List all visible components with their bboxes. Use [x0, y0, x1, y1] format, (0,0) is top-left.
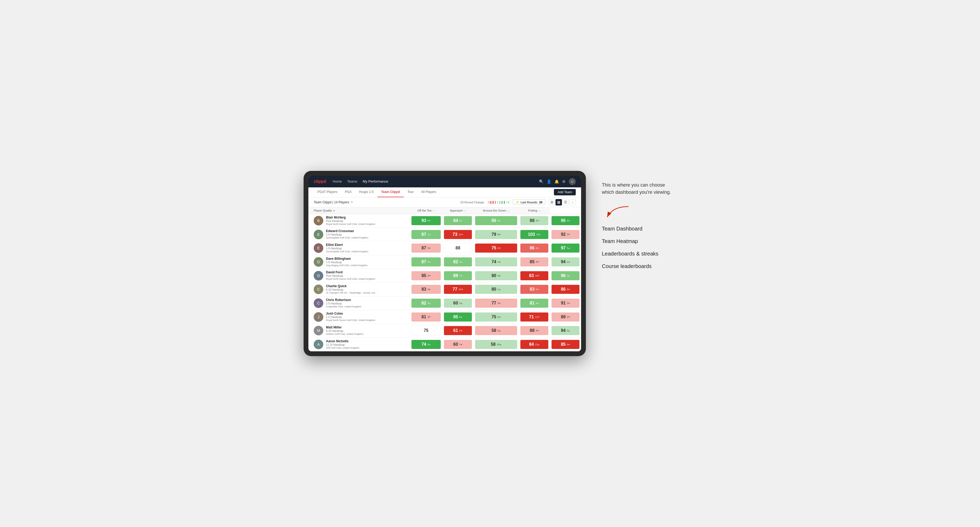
bell-icon[interactable]: 🔔 [554, 179, 559, 184]
score-value: 61 [453, 328, 458, 333]
nav-link-home[interactable]: Home [332, 178, 342, 184]
score-delta: 2▼ [536, 329, 539, 332]
player-name-8: Matt Miller [326, 325, 363, 329]
settings-icon[interactable]: ⚙ [562, 179, 566, 184]
score-delta: 3▼ [428, 288, 431, 290]
score-delta: 4▲ [498, 329, 501, 332]
player-cell-0[interactable]: B Blair McHarg Plus Handicap Royal North… [309, 214, 410, 227]
grid-view-button[interactable]: ⊞ [549, 199, 555, 205]
nav-link-teams[interactable]: Teams [347, 178, 357, 184]
score-box-2-2: 75 3▼ [475, 243, 517, 252]
score-value: 97 [561, 246, 566, 251]
add-team-button[interactable]: Add Team [554, 189, 576, 195]
score-value: 88 [456, 246, 460, 251]
player-info-3: Dave Billingham 1-5 Handicap Gog Magog G… [326, 257, 368, 267]
score-delta: 8▲ [498, 219, 501, 222]
table-row: C Charlie Quick 6-10 Handicap St. George… [309, 283, 581, 297]
heatmap-view-button[interactable]: ▦ [555, 199, 562, 205]
score-box-0-3: 88 1▼ [520, 216, 548, 225]
user-avatar[interactable]: U [569, 178, 576, 185]
score-box-9-1: 60 1▼ [444, 340, 472, 349]
score-box-3-3: 85 3▼ [520, 257, 548, 267]
player-hcp-6: 1-5 Handicap [326, 302, 361, 305]
score-box-4-3: 83 10▼ [520, 271, 548, 280]
col-approach[interactable]: Approach — [442, 207, 474, 214]
score-value: 77 [453, 287, 458, 292]
player-cell-4[interactable]: D David Ford Plus Handicap Royal North D… [309, 269, 410, 283]
col-player-quality[interactable]: Player Quality ▼ [309, 207, 410, 214]
player-cell-5[interactable]: C Charlie Quick 6-10 Handicap St. George… [309, 283, 410, 296]
player-cell-7[interactable]: J Josh Coles 1-5 Handicap Royal North De… [309, 310, 410, 324]
score-delta: 3▼ [428, 275, 431, 277]
score-delta: 15▲ [536, 233, 541, 236]
player-cell-9[interactable]: A Aaron Nicholls 11-15 Handicap Drift Go… [309, 338, 410, 351]
score-box-1-2: 79 9▲ [475, 230, 517, 239]
score-value: 89 [561, 314, 566, 319]
player-avatar-1: E [314, 230, 323, 239]
score-delta: 2▼ [567, 316, 570, 318]
col-off-tee[interactable]: Off the Tee — [410, 207, 442, 214]
page-wrapper: clippd Home Teams My Performance 🔍 👤 🔔 ⚙… [304, 171, 676, 356]
player-club-9: Drift Golf Club, United Kingdom [326, 346, 360, 350]
player-avatar-4: D [314, 271, 323, 281]
nav-links: Home Teams My Performance [332, 178, 539, 184]
download-button[interactable]: ↓ [570, 199, 576, 205]
player-cell-2[interactable]: E Elliot Ebert 1-5 Handicap Sunningdale … [309, 241, 410, 255]
player-cell-6[interactable]: C Chris Robertson 1-5 Handicap Craigmill… [309, 297, 410, 310]
score-value: 87 [422, 232, 426, 237]
score-delta: 7▲ [460, 275, 463, 277]
player-cell-3[interactable]: D Dave Billingham 1-5 Handicap Gog Magog… [309, 255, 410, 269]
player-club-8: Woburn Golf Club, United Kingdom [326, 333, 363, 336]
search-icon[interactable]: 🔍 [539, 179, 544, 184]
nav-link-my-performance[interactable]: My Performance [363, 178, 388, 184]
tab-team-clippd[interactable]: Team Clippd [377, 187, 404, 197]
round-change-pos: +5 [506, 201, 509, 204]
profile-icon[interactable]: 👤 [547, 179, 551, 184]
score-delta: 3▼ [498, 247, 501, 249]
tab-pga[interactable]: PGA [341, 187, 355, 197]
player-name-7: Josh Coles [326, 312, 375, 316]
col-around-green[interactable]: Around the Green — [474, 207, 519, 214]
last-rounds-value: 20 [539, 201, 542, 204]
score-value: 94 [561, 259, 566, 264]
score-box-5-0: 83 3▼ [412, 285, 441, 294]
score-value: 83 [422, 287, 426, 292]
table-row: B Blair McHarg Plus Handicap Royal North… [309, 214, 581, 227]
player-info-5: Charlie Quick 6-10 Handicap St. George's… [326, 284, 377, 295]
score-value: 91 [561, 301, 566, 306]
player-cell-8[interactable]: M Matt Miller 6-10 Handicap Woburn Golf … [309, 324, 410, 338]
list-view-button[interactable]: ☰ [562, 199, 569, 205]
score-value: 84 [453, 218, 458, 223]
edit-icon[interactable]: ✏ [351, 200, 353, 204]
nav-bar: clippd Home Teams My Performance 🔍 👤 🔔 ⚙… [309, 176, 581, 187]
player-hcp-1: 1-5 Handicap [326, 233, 368, 237]
score-value: 87 [422, 259, 426, 264]
player-info-9: Aaron Nicholls 11-15 Handicap Drift Golf… [326, 339, 360, 350]
score-delta: 6▲ [460, 219, 463, 222]
score-box-9-4: 85 4▼ [552, 340, 579, 349]
tab-hcaps[interactable]: Hcaps 1-5 [355, 187, 377, 197]
tab-tour[interactable]: Tour [404, 187, 417, 197]
player-name-3: Dave Billingham [326, 257, 368, 260]
score-delta: 3▼ [567, 233, 570, 236]
tab-pgat-players[interactable]: PGAT Players [314, 187, 341, 197]
score-box-9-2: 58 10▲ [475, 340, 517, 349]
score-value: 94 [561, 328, 566, 333]
nav-logo[interactable]: clippd [314, 179, 326, 184]
team-name-label: Team Clippd | 14 Players [314, 200, 349, 204]
score-delta: 8▲ [460, 316, 463, 318]
player-cell-1[interactable]: E Edward Crossman 1-5 Handicap Sunningda… [309, 227, 410, 241]
score-value: 84 [529, 342, 534, 347]
score-value: 58 [492, 328, 496, 333]
score-delta: 3▼ [498, 302, 501, 305]
player-club-7: Royal North Devon Golf Club, United King… [326, 319, 375, 322]
tablet-frame: clippd Home Teams My Performance 🔍 👤 🔔 ⚙… [304, 171, 586, 356]
col-putting[interactable]: Putting — [519, 207, 550, 214]
player-avatar-0: B [314, 216, 323, 225]
tab-all-players[interactable]: All Players [417, 187, 440, 197]
score-value: 86 [530, 246, 535, 251]
score-box-7-3: 71 11▼ [520, 313, 548, 322]
score-delta: 8▼ [567, 288, 570, 290]
last-rounds-button[interactable]: ⚡ Last Rounds: 20 [513, 199, 546, 205]
annotation-menu-list: Team Dashboard Team Heatmap Leaderboards… [602, 222, 676, 273]
